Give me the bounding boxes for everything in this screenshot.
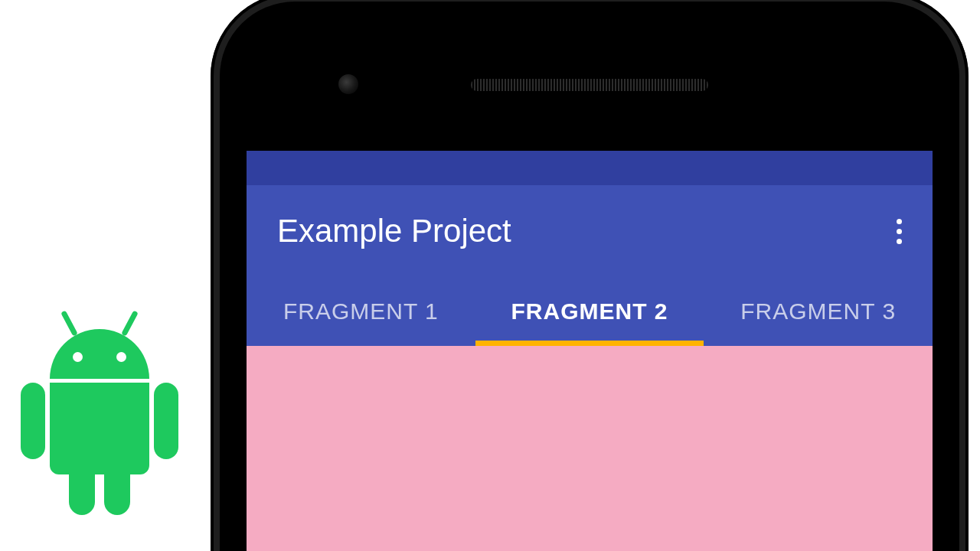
android-robot-icon xyxy=(11,306,188,536)
app-title: Example Project xyxy=(277,213,511,249)
tab-fragment-2[interactable]: FRAGMENT 2 xyxy=(475,277,704,346)
earpiece-speaker-icon xyxy=(470,78,709,92)
phone-bezel: Example Project FRAGMENT 1 FRAGMENT 2 FR… xyxy=(220,2,959,551)
app-bar: Example Project xyxy=(247,185,933,277)
tab-bar: FRAGMENT 1 FRAGMENT 2 FRAGMENT 3 xyxy=(247,277,933,346)
more-vert-icon xyxy=(897,219,902,224)
tab-indicator xyxy=(475,341,704,346)
overflow-menu-button[interactable] xyxy=(892,213,906,250)
tab-fragment-1[interactable]: FRAGMENT 1 xyxy=(247,277,475,346)
android-head xyxy=(50,329,149,379)
phone-frame: Example Project FRAGMENT 1 FRAGMENT 2 FR… xyxy=(211,0,969,551)
front-camera-icon xyxy=(338,74,358,94)
more-vert-icon xyxy=(897,239,902,244)
status-bar xyxy=(247,151,933,185)
more-vert-icon xyxy=(897,229,902,234)
device-screen: Example Project FRAGMENT 1 FRAGMENT 2 FR… xyxy=(247,151,933,551)
fragment-content[interactable] xyxy=(247,346,933,551)
tab-fragment-3[interactable]: FRAGMENT 3 xyxy=(704,277,933,346)
